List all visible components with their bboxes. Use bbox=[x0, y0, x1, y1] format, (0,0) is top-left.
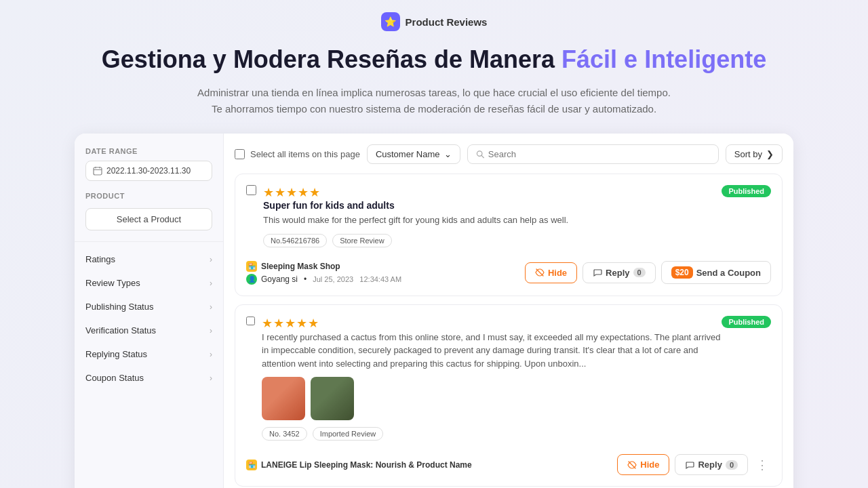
review-checkbox[interactable] bbox=[246, 185, 256, 195]
hide-button[interactable]: Hide bbox=[617, 454, 669, 475]
review-date: Jul 25, 2023 12:34:43 AM bbox=[313, 275, 401, 283]
hero-subtext-line1: Administrar una tienda en línea implica … bbox=[197, 87, 671, 98]
review-card: ★★★★★ Super fun for kids and adults This… bbox=[235, 174, 783, 296]
review-title: Super fun for kids and adults bbox=[263, 200, 568, 211]
svg-line-5 bbox=[481, 156, 484, 158]
review-header-left: ★★★★★ Super fun for kids and adults This… bbox=[246, 185, 568, 256]
hero-heading: Gestiona y Modera Reseñas de Manera Fáci… bbox=[14, 45, 854, 74]
sidebar-divider bbox=[75, 241, 223, 242]
hero-subtext-line2: Te ahorramos tiempo con nuestro sistema … bbox=[212, 103, 656, 115]
review-body: This would make for the perfect gift for… bbox=[263, 214, 568, 227]
select-all-checkbox[interactable] bbox=[235, 149, 245, 159]
review-content-block: ★★★★★ I recently purchased a cactus from… bbox=[262, 316, 722, 449]
filter-label: Ratings bbox=[85, 254, 115, 264]
chevron-down-icon: ⌄ bbox=[444, 149, 452, 159]
chevron-right-icon: › bbox=[210, 255, 212, 264]
filter-label: Replying Status bbox=[85, 349, 147, 359]
review-body: I recently purchased a cactus from this … bbox=[262, 331, 722, 371]
hide-button[interactable]: Hide bbox=[525, 262, 577, 283]
hero-subtext: Administrar una tienda en línea implica … bbox=[197, 85, 671, 117]
shop-icon: 🏪 bbox=[246, 261, 257, 272]
app-title: Product Reviews bbox=[406, 16, 488, 28]
reply-button[interactable]: Reply 0 bbox=[675, 454, 748, 475]
filter-label: Coupon Status bbox=[85, 373, 144, 383]
svg-rect-0 bbox=[94, 167, 102, 175]
select-product-button[interactable]: Select a Product bbox=[85, 208, 212, 230]
date-range-input[interactable]: 2022.11.30-2023.11.30 bbox=[85, 161, 212, 181]
hero-heading-plain: Gestiona y Modera Reseñas de Manera bbox=[102, 45, 561, 73]
select-all-label: Select all items on this page bbox=[250, 149, 360, 159]
filter-item-ratings[interactable]: Ratings› bbox=[75, 247, 223, 271]
shop-name: Sleeping Mask Shop bbox=[261, 262, 340, 271]
filter-item-replying-status[interactable]: Replying Status› bbox=[75, 342, 223, 366]
review-header-left: ★★★★★ I recently purchased a cactus from… bbox=[246, 316, 722, 449]
filter-item-publishing-status[interactable]: Publishing Status› bbox=[75, 295, 223, 319]
review-content-block: ★★★★★ Super fun for kids and adults This… bbox=[263, 185, 568, 256]
user-icon: 👤 bbox=[246, 274, 257, 285]
hero-heading-highlight: Fácil e Inteligente bbox=[561, 45, 766, 73]
published-badge: Published bbox=[722, 185, 771, 197]
filter-label: Review Types bbox=[85, 278, 140, 288]
product-reviews-icon: ⭐ bbox=[381, 12, 400, 31]
sort-chevron-icon: ❯ bbox=[766, 149, 774, 159]
shop-icon: 🏪 bbox=[246, 460, 257, 470]
search-input[interactable] bbox=[488, 149, 710, 159]
chevron-right-icon: › bbox=[210, 279, 212, 288]
review-tag: Store Review bbox=[332, 234, 391, 247]
select-all-row: Select all items on this page bbox=[235, 149, 360, 159]
filter-item-review-types[interactable]: Review Types› bbox=[75, 271, 223, 295]
review-image bbox=[311, 377, 354, 420]
date-range-label: Date Range bbox=[85, 147, 212, 155]
send-coupon-button[interactable]: $20 Send a Coupon bbox=[661, 261, 771, 284]
chevron-right-icon: › bbox=[210, 326, 212, 336]
filter-list: Ratings›Review Types›Publishing Status›V… bbox=[75, 247, 223, 390]
star-rating: ★★★★★ bbox=[263, 185, 568, 200]
reply-count: 0 bbox=[726, 460, 738, 470]
review-tag: No.546216786 bbox=[263, 234, 327, 247]
review-card: ★★★★★ I recently purchased a cactus from… bbox=[235, 304, 783, 487]
action-buttons: Hide Reply 0 bbox=[617, 454, 748, 475]
review-tag: Imported Review bbox=[313, 427, 384, 441]
review-images bbox=[262, 377, 722, 420]
review-card-header: ★★★★★ I recently purchased a cactus from… bbox=[246, 316, 771, 449]
reply-icon bbox=[593, 268, 602, 277]
product-label: Product bbox=[85, 192, 212, 200]
more-options-button[interactable]: ⋮ bbox=[753, 455, 771, 475]
coupon-amount: $20 bbox=[671, 266, 693, 279]
chevron-right-icon: › bbox=[210, 350, 212, 359]
review-checkbox[interactable] bbox=[246, 316, 255, 326]
toolbar: Select all items on this page Customer N… bbox=[235, 144, 783, 164]
chevron-right-icon: › bbox=[210, 302, 212, 312]
filter-item-verification-status[interactable]: Verification Status› bbox=[75, 319, 223, 342]
reply-button[interactable]: Reply 0 bbox=[583, 262, 656, 283]
filter-label: Publishing Status bbox=[85, 302, 153, 312]
review-footer: 🏪 LANEIGE Lip Sleeping Mask: Nourish & P… bbox=[246, 454, 771, 475]
hero-section: Gestiona y Modera Reseñas de Manera Fáci… bbox=[0, 38, 868, 134]
filter-item-coupon-status[interactable]: Coupon Status› bbox=[75, 366, 223, 390]
tag-row: No. 3452Imported Review bbox=[262, 427, 722, 441]
user-name: Goyang si bbox=[261, 274, 298, 284]
customer-dropdown-label: Customer Name bbox=[376, 149, 440, 159]
tag-row: No.546216786Store Review bbox=[263, 234, 568, 247]
sort-label: Sort by bbox=[734, 149, 762, 159]
shop-name: LANEIGE Lip Sleeping Mask: Nourish & Pro… bbox=[261, 460, 472, 470]
filter-label: Verification Status bbox=[85, 325, 156, 336]
user-row: 👤 Goyang si • Jul 25, 2023 12:34:43 AM bbox=[246, 274, 401, 285]
shop-info: 🏪 Sleeping Mask Shop 👤 Goyang si • Jul 2… bbox=[246, 261, 401, 285]
reply-count: 0 bbox=[633, 268, 646, 277]
review-footer: 🏪 Sleeping Mask Shop 👤 Goyang si • Jul 2… bbox=[246, 261, 771, 285]
search-icon bbox=[476, 150, 484, 159]
review-image bbox=[262, 377, 305, 420]
sort-button[interactable]: Sort by ❯ bbox=[726, 144, 783, 164]
customer-dropdown[interactable]: Customer Name ⌄ bbox=[367, 144, 460, 164]
top-bar: ⭐ Product Reviews bbox=[0, 0, 868, 38]
star-rating: ★★★★★ bbox=[262, 316, 722, 331]
search-box[interactable] bbox=[467, 144, 719, 164]
hide-icon bbox=[627, 460, 637, 470]
hide-icon bbox=[535, 268, 545, 277]
review-card-header: ★★★★★ Super fun for kids and adults This… bbox=[246, 185, 771, 256]
shop-row: 🏪 Sleeping Mask Shop bbox=[246, 261, 401, 272]
review-tag: No. 3452 bbox=[262, 427, 307, 441]
sidebar: Date Range 2022.11.30-2023.11.30 Product… bbox=[75, 134, 224, 488]
shop-row: 🏪 LANEIGE Lip Sleeping Mask: Nourish & P… bbox=[246, 460, 472, 470]
